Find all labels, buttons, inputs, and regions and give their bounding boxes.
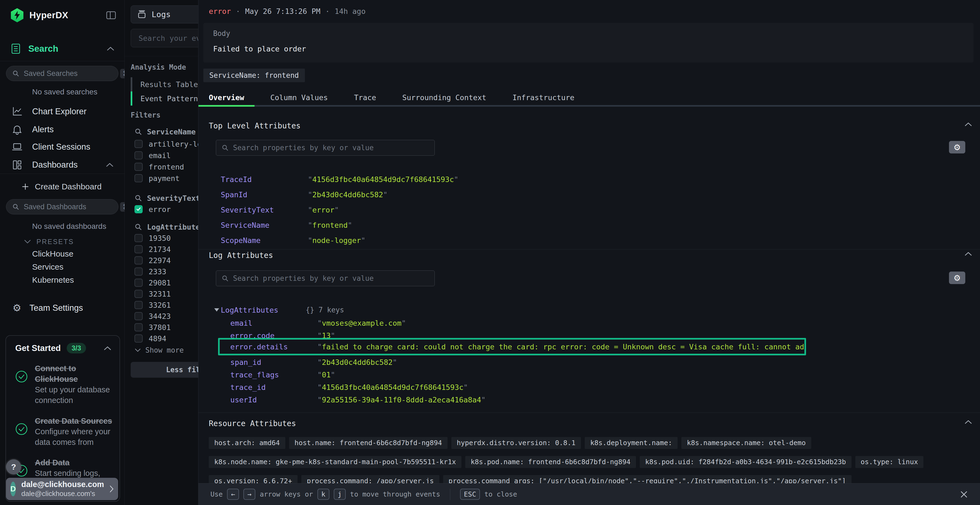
get-started-header[interactable]: Get Started 3/3	[15, 343, 111, 353]
preset-clickhouse[interactable]: ClickHouse	[32, 248, 73, 260]
tab-infrastructure[interactable]: Infrastructure	[512, 90, 575, 105]
saved-searches-input[interactable]: ⌘K	[6, 66, 118, 81]
chevron-up-icon[interactable]	[106, 163, 113, 167]
checkbox[interactable]	[134, 267, 143, 276]
sidebar-item-chart-explorer[interactable]: Chart Explorer	[0, 104, 124, 119]
sidebar-item-client-sessions[interactable]: Client Sessions	[0, 139, 124, 154]
checkbox[interactable]	[134, 256, 143, 264]
mode-event-patterns[interactable]: Event Patterns	[130, 91, 198, 106]
resource-chip[interactable]: hyperdx.distro.version: 0.8.1	[451, 437, 581, 449]
filter-option[interactable]: 21734	[134, 243, 171, 255]
user-menu[interactable]: D dale@clickhouse.com dale@clickhouse.co…	[6, 478, 118, 500]
attribute-key[interactable]: userId	[230, 395, 317, 404]
filter-option[interactable]: 19350	[134, 232, 171, 244]
resource-chip[interactable]: host.arch: amd64	[209, 437, 285, 449]
attribute-key[interactable]: error.details	[230, 343, 317, 351]
attribute-key[interactable]: email	[230, 319, 317, 327]
resource-chip[interactable]: k8s.pod.name: frontend-6b6c8d7bfd-ng894	[465, 456, 636, 468]
checkbox[interactable]	[134, 234, 143, 242]
body-value[interactable]: Failed to place order	[213, 44, 964, 53]
filter-group-servicename[interactable]: ServiceName	[134, 126, 196, 138]
attribute-key[interactable]: span_id	[230, 358, 317, 367]
attribute-value[interactable]: failed to charge card: could not charge …	[317, 343, 804, 351]
saved-dashboards-field[interactable]	[24, 203, 120, 211]
chevron-up-icon[interactable]	[964, 122, 972, 127]
checkbox[interactable]	[134, 163, 143, 171]
preset-kubernetes[interactable]: Kubernetes	[32, 274, 74, 286]
checkbox[interactable]	[134, 174, 143, 182]
resource-chip[interactable]: k8s.node.name: gke-pme-k8s-standard-main…	[209, 456, 461, 468]
gear-icon[interactable]: ⚙	[949, 141, 965, 154]
less-filters-button[interactable]: Less fil	[130, 362, 198, 378]
checkbox[interactable]	[134, 301, 143, 309]
presets-toggle[interactable]: PRESETS	[24, 236, 74, 247]
attribute-value[interactable]: 4156d3fbc40a64854d9dc7f68641593c	[317, 383, 468, 392]
saved-dashboards-input[interactable]: ⌘K	[6, 199, 118, 214]
chevron-up-icon[interactable]	[964, 251, 972, 256]
mode-results-table[interactable]: Results Table	[130, 77, 198, 91]
resource-chip[interactable]: k8s.deployment.name:	[585, 437, 678, 449]
top-level-search-input[interactable]	[233, 144, 429, 152]
show-more-button[interactable]: Show more	[134, 345, 184, 356]
checkbox[interactable]	[134, 151, 143, 159]
attribute-value[interactable]: error	[308, 206, 339, 214]
checkbox[interactable]	[134, 245, 143, 253]
chevron-up-icon[interactable]	[964, 419, 972, 424]
create-dashboard-button[interactable]: Create Dashboard	[22, 179, 102, 194]
get-started-step[interactable]: Connect to ClickHouse Set up your databa…	[15, 363, 113, 406]
attribute-key[interactable]: SpanId	[221, 191, 308, 199]
filter-option[interactable]: 34423	[134, 310, 171, 322]
attribute-key[interactable]: SeverityText	[221, 206, 308, 214]
resource-chip[interactable]: k8s.namespace.name: otel-demo	[681, 437, 811, 449]
attribute-value[interactable]: 2b43d0c4dd6bc582	[308, 191, 388, 199]
checkbox[interactable]	[134, 312, 143, 320]
attribute-key[interactable]: trace_id	[230, 383, 317, 392]
sidebar-item-search[interactable]: Search	[11, 41, 115, 57]
filter-option[interactable]: 29081	[134, 277, 171, 288]
checkbox[interactable]	[134, 323, 143, 332]
sidebar-item-alerts[interactable]: Alerts	[0, 122, 124, 137]
attribute-value[interactable]: 4156d3fbc40a64854d9dc7f68641593c	[308, 175, 458, 184]
source-select[interactable]: Logs	[130, 5, 198, 24]
help-button[interactable]: ?	[6, 459, 21, 475]
filter-option[interactable]: payment	[134, 173, 180, 184]
checkbox[interactable]	[134, 290, 143, 298]
event-search-box[interactable]	[130, 29, 198, 48]
attribute-value[interactable]: node-logger	[308, 236, 365, 245]
filter-option[interactable]: 4894	[134, 333, 166, 344]
filter-option[interactable]: artillery-loa	[134, 138, 198, 150]
resource-chip[interactable]: os.type: linux	[855, 456, 924, 468]
attribute-key[interactable]: ServiceName	[221, 221, 308, 229]
checkbox[interactable]	[134, 334, 143, 343]
checkbox[interactable]	[134, 279, 143, 287]
chevron-up-icon[interactable]	[107, 46, 115, 51]
resource-chip[interactable]: k8s.pod.uid: f284fb2d-a0b3-4634-991b-e2c…	[640, 456, 851, 468]
tab-surrounding-context[interactable]: Surrounding Context	[402, 90, 487, 105]
filter-option[interactable]: 22974	[134, 255, 171, 266]
filter-group-logattributes[interactable]: LogAttributes	[134, 221, 198, 233]
log-attributes-search-input[interactable]	[233, 274, 429, 283]
attribute-value[interactable]: 01	[317, 371, 335, 379]
attribute-value[interactable]: frontend	[308, 221, 352, 229]
attribute-key[interactable]: trace_flags	[230, 371, 317, 379]
service-name-chip[interactable]: ServiceName: frontend	[204, 68, 305, 82]
close-icon[interactable]	[960, 490, 968, 499]
sidebar-item-team-settings[interactable]: ⚙ Team Settings	[13, 301, 83, 315]
filter-option[interactable]: 37801	[134, 322, 171, 333]
chevron-up-icon[interactable]	[104, 346, 111, 351]
filter-option-checked[interactable]: error	[134, 203, 171, 215]
resource-chip[interactable]: host.name: frontend-6b6c8d7bfd-ng894	[289, 437, 447, 449]
gear-icon[interactable]: ⚙	[949, 272, 965, 284]
log-attributes-tree-root[interactable]: LogAttributes {} 7 keys	[199, 304, 980, 316]
saved-searches-field[interactable]	[24, 69, 120, 78]
filter-option[interactable]: 33261	[134, 299, 171, 311]
event-search-input[interactable]	[138, 29, 198, 47]
tab-trace[interactable]: Trace	[354, 90, 376, 105]
sidebar-item-dashboards[interactable]: Dashboards	[0, 157, 124, 173]
checkbox-checked[interactable]	[134, 205, 143, 213]
filter-option[interactable]: email	[134, 150, 171, 161]
filter-option[interactable]: frontend	[134, 161, 184, 173]
checkbox[interactable]	[134, 140, 143, 148]
tab-overview[interactable]: Overview	[209, 90, 244, 105]
attribute-key[interactable]: TraceId	[221, 175, 308, 184]
